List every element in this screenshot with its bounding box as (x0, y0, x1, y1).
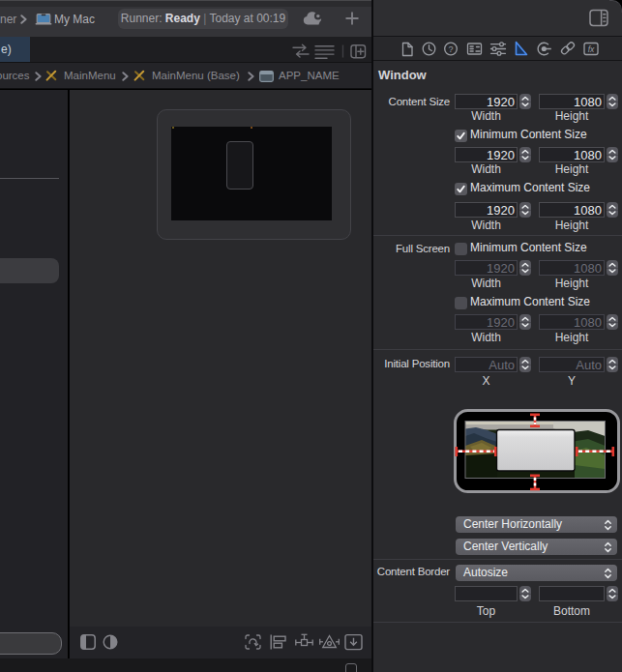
svg-text:fx: fx (588, 44, 595, 54)
svg-text:?: ? (448, 44, 453, 54)
